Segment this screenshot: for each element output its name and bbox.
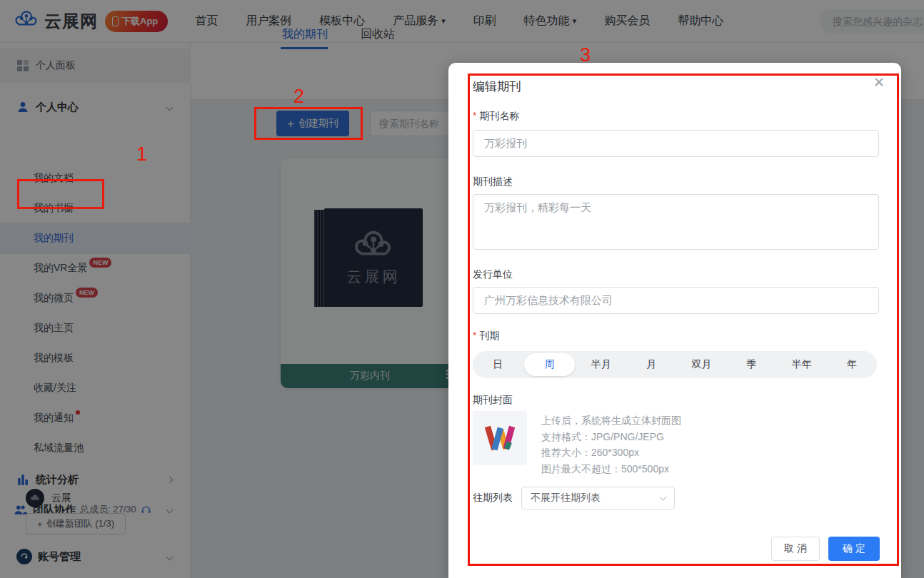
close-icon[interactable]: ✕ xyxy=(873,76,885,89)
publisher-label: 发行单位 xyxy=(473,268,513,281)
cover-hint-line: 图片最大不超过：500*500px xyxy=(541,461,681,477)
period-option-halfyear[interactable]: 半年 xyxy=(777,353,827,376)
period-option-quarter[interactable]: 季 xyxy=(726,353,776,376)
cover-hint-line: 上传后，系统将生成立体封面图 xyxy=(541,412,681,429)
journal-name-label: *期刊名称 xyxy=(473,110,519,123)
period-option-halfmonth[interactable]: 半月 xyxy=(576,353,626,376)
chevron-down-icon xyxy=(660,493,667,500)
cancel-button[interactable]: 取 消 xyxy=(771,537,820,561)
publisher-input[interactable] xyxy=(473,287,879,314)
period-option-day[interactable]: 日 xyxy=(473,353,523,376)
period-option-year[interactable]: 年 xyxy=(827,353,877,376)
required-asterisk: * xyxy=(473,330,476,341)
cover-upload-thumbnail[interactable] xyxy=(473,411,527,465)
cover-hint-line: 推荐大小：260*300px xyxy=(541,445,681,461)
period-option-week[interactable]: 周 xyxy=(524,353,574,376)
period-segmented-control: 日 周 半月 月 双月 季 半年 年 xyxy=(473,351,877,378)
period-label: *刊期 xyxy=(473,330,499,343)
cover-label: 期刊封面 xyxy=(473,394,513,407)
confirm-button[interactable]: 确 定 xyxy=(828,537,880,561)
history-list-select[interactable]: 不展开往期列表 xyxy=(521,487,675,509)
journal-desc-label: 期刊描述 xyxy=(473,176,513,188)
journal-name-input[interactable] xyxy=(473,130,879,157)
period-option-month[interactable]: 月 xyxy=(626,353,676,376)
history-list-label: 往期列表 xyxy=(473,492,513,505)
modal-title: 编辑期刊 xyxy=(473,78,521,95)
journal-desc-textarea[interactable]: 万彩报刊，精彩每一天 xyxy=(473,194,879,250)
wancai-w-logo-icon xyxy=(483,425,516,452)
cover-hints: 上传后，系统将生成立体封面图 支持格式：JPG/PNG/JEPG 推荐大小：26… xyxy=(541,412,681,477)
period-option-bimonth[interactable]: 双月 xyxy=(676,353,726,376)
cover-hint-line: 支持格式：JPG/PNG/JEPG xyxy=(541,429,681,445)
page: 云展网 下载App 首页 用户案例 模板中心 产品服务▾ 印刷 特色功能▾ 购买… xyxy=(0,0,924,578)
edit-journal-modal: 编辑期刊 ✕ *期刊名称 期刊描述 万彩报刊，精彩每一天 发行单位 *刊期 日 … xyxy=(448,63,901,578)
required-asterisk: * xyxy=(473,110,476,121)
